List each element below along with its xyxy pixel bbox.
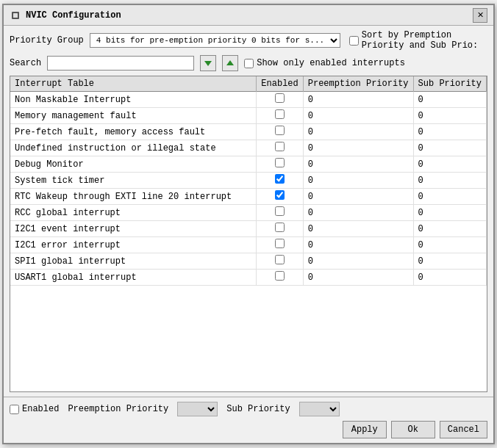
enabled-cell bbox=[257, 253, 303, 270]
preemption-value: 0 bbox=[303, 156, 413, 173]
enabled-checkbox[interactable] bbox=[275, 255, 285, 264]
sub-value: 0 bbox=[413, 173, 486, 189]
interrupt-name: Undefined instruction or illegal state bbox=[10, 140, 257, 156]
interrupt-table-container: Interrupt Table Enabled Preemption Prior… bbox=[10, 76, 487, 392]
footer-preemption-label: Preemption Priority bbox=[68, 404, 168, 414]
interrupt-name: I2C1 error interrupt bbox=[10, 237, 257, 253]
preemption-value: 0 bbox=[303, 270, 413, 286]
next-nav-button[interactable] bbox=[222, 55, 238, 71]
nvic-config-window: NVIC Configuration ✕ Priority Group 4 bi… bbox=[2, 4, 495, 444]
preemption-value: 0 bbox=[303, 92, 413, 108]
enabled-checkbox[interactable] bbox=[275, 271, 285, 281]
enabled-checkbox[interactable] bbox=[275, 190, 285, 200]
sub-value: 0 bbox=[413, 92, 486, 108]
interrupt-name: SPI1 global interrupt bbox=[10, 253, 257, 270]
down-arrow-icon bbox=[203, 58, 213, 68]
sub-value: 0 bbox=[413, 205, 486, 221]
enabled-checkbox[interactable] bbox=[275, 239, 285, 248]
svg-rect-1 bbox=[13, 13, 18, 18]
enabled-cell bbox=[257, 124, 303, 140]
search-label: Search bbox=[10, 58, 41, 68]
sub-value: 0 bbox=[413, 189, 486, 205]
sort-checkbox[interactable] bbox=[349, 36, 359, 46]
enabled-cell bbox=[257, 221, 303, 237]
sub-value: 0 bbox=[413, 221, 486, 237]
enabled-checkbox[interactable] bbox=[275, 223, 285, 232]
sub-value: 0 bbox=[413, 270, 486, 286]
table-row: Debug Monitor00 bbox=[10, 156, 487, 173]
footer-enabled-group: Enabled bbox=[10, 404, 59, 414]
table-row: RCC global interrupt00 bbox=[10, 205, 487, 221]
interrupt-name: Non Maskable Interrupt bbox=[10, 92, 257, 108]
col-enabled: Enabled bbox=[257, 76, 303, 92]
table-row: USART1 global interrupt00 bbox=[10, 270, 487, 286]
interrupt-name: USART1 global interrupt bbox=[10, 270, 257, 286]
footer-sub-dropdown[interactable] bbox=[299, 402, 340, 416]
enabled-cell bbox=[257, 156, 303, 173]
preemption-value: 0 bbox=[303, 205, 413, 221]
enabled-cell bbox=[257, 173, 303, 189]
apply-button[interactable]: Apply bbox=[343, 421, 387, 438]
preemption-value: 0 bbox=[303, 108, 413, 124]
close-button[interactable]: ✕ bbox=[473, 8, 487, 23]
interrupt-name: Pre-fetch fault, memory access fault bbox=[10, 124, 257, 140]
enabled-checkbox[interactable] bbox=[275, 174, 285, 184]
sub-value: 0 bbox=[413, 156, 486, 173]
footer-enabled-checkbox[interactable] bbox=[10, 405, 19, 414]
footer-enabled-label: Enabled bbox=[22, 404, 59, 414]
title-bar-left: NVIC Configuration bbox=[10, 10, 121, 21]
enabled-cell bbox=[257, 108, 303, 124]
enabled-cell bbox=[257, 92, 303, 108]
table-row: Non Maskable Interrupt00 bbox=[10, 92, 487, 108]
show-only-row: Show only enabled interrupts bbox=[244, 58, 405, 68]
preemption-value: 0 bbox=[303, 253, 413, 270]
table-row: Memory management fault00 bbox=[10, 108, 487, 124]
interrupt-name: RCC global interrupt bbox=[10, 205, 257, 221]
enabled-cell bbox=[257, 189, 303, 205]
enabled-checkbox[interactable] bbox=[275, 126, 285, 135]
footer-preemption-dropdown[interactable] bbox=[177, 402, 218, 416]
preemption-value: 0 bbox=[303, 221, 413, 237]
preemption-value: 0 bbox=[303, 124, 413, 140]
ok-button[interactable]: Ok bbox=[391, 421, 435, 438]
search-input[interactable] bbox=[47, 56, 194, 71]
table-row: I2C1 error interrupt00 bbox=[10, 237, 487, 253]
col-preemption: Preemption Priority bbox=[303, 76, 413, 92]
window-title: NVIC Configuration bbox=[26, 10, 121, 21]
enabled-checkbox[interactable] bbox=[275, 109, 285, 119]
interrupt-table: Interrupt Table Enabled Preemption Prior… bbox=[10, 76, 487, 286]
sub-value: 0 bbox=[413, 140, 486, 156]
priority-group-row: Priority Group 4 bits for pre-emption pr… bbox=[10, 30, 487, 51]
enabled-cell bbox=[257, 237, 303, 253]
table-row: I2C1 event interrupt00 bbox=[10, 221, 487, 237]
title-bar: NVIC Configuration ✕ bbox=[4, 5, 493, 26]
show-only-checkbox[interactable] bbox=[244, 59, 254, 68]
interrupt-name: Debug Monitor bbox=[10, 156, 257, 173]
interrupt-name: I2C1 event interrupt bbox=[10, 221, 257, 237]
col-interrupt-table: Interrupt Table bbox=[10, 76, 257, 92]
enabled-checkbox[interactable] bbox=[275, 158, 285, 167]
sub-value: 0 bbox=[413, 253, 486, 270]
priority-group-label: Priority Group bbox=[10, 35, 84, 46]
preemption-value: 0 bbox=[303, 237, 413, 253]
priority-group-select[interactable]: 4 bits for pre-emption priority 0 bits f… bbox=[90, 33, 340, 48]
sub-value: 0 bbox=[413, 124, 486, 140]
interrupt-name: Memory management fault bbox=[10, 108, 257, 124]
enabled-cell bbox=[257, 270, 303, 286]
enabled-checkbox[interactable] bbox=[275, 206, 285, 216]
enabled-checkbox[interactable] bbox=[275, 142, 285, 151]
footer-sub-label: Sub Priority bbox=[226, 404, 290, 414]
up-arrow-icon bbox=[225, 58, 235, 68]
preemption-value: 0 bbox=[303, 189, 413, 205]
search-row: Search Show only enabled interrupts bbox=[10, 55, 487, 71]
table-row: SPI1 global interrupt00 bbox=[10, 253, 487, 270]
preemption-value: 0 bbox=[303, 173, 413, 189]
footer-controls: Enabled Preemption Priority Sub Priority bbox=[10, 402, 487, 416]
prev-nav-button[interactable] bbox=[200, 55, 216, 71]
interrupt-name: System tick timer bbox=[10, 173, 257, 189]
enabled-cell bbox=[257, 140, 303, 156]
content-area: Priority Group 4 bits for pre-emption pr… bbox=[4, 26, 493, 397]
enabled-checkbox[interactable] bbox=[275, 93, 285, 103]
cancel-button[interactable]: Cancel bbox=[440, 421, 487, 438]
window-icon bbox=[10, 10, 21, 21]
